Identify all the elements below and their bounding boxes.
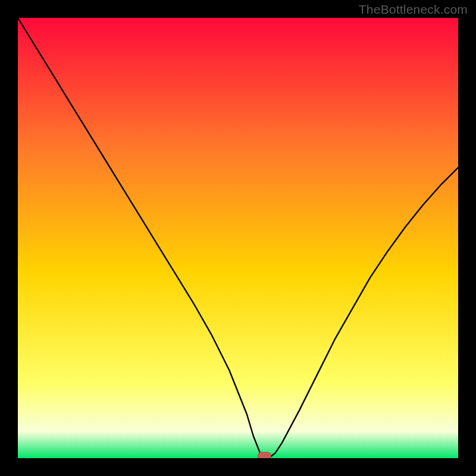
optimum-marker — [258, 452, 271, 458]
watermark-text: TheBottleneck.com — [359, 2, 468, 17]
plot-area — [18, 18, 458, 458]
chart-container: TheBottleneck.com — [0, 0, 476, 476]
bottleneck-chart — [18, 18, 458, 458]
